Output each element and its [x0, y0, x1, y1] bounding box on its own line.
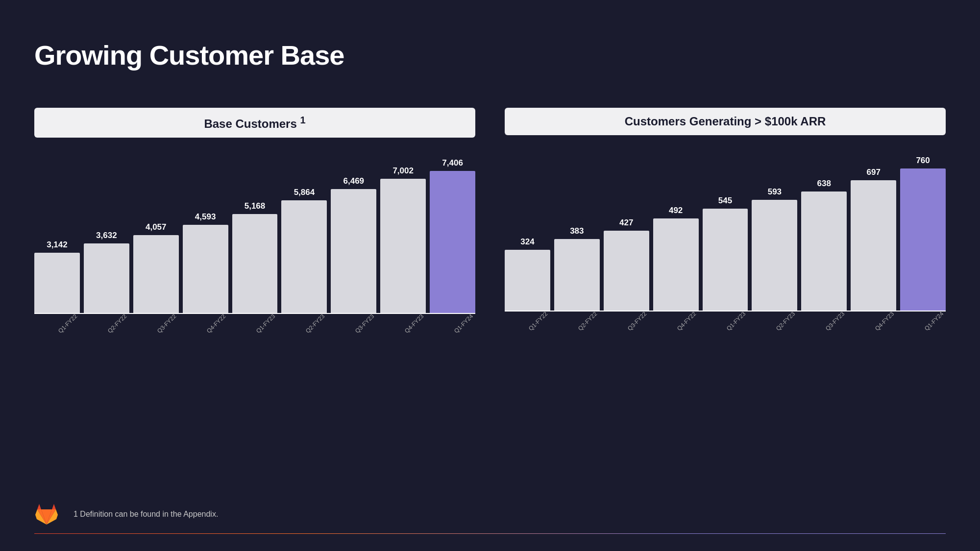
chart-area-left: 3,142Q1-FY223,632Q2-FY224,057Q3-FY224,59… — [34, 152, 475, 338]
bar-group: 4,593Q4-FY22 — [183, 152, 228, 313]
bar-group: 3,632Q2-FY22 — [84, 152, 129, 313]
bar-group: 760Q1-FY24 — [900, 150, 946, 311]
bar-value: 760 — [916, 156, 930, 166]
bar — [380, 179, 426, 313]
bar-label: Q1-FY22 — [527, 311, 549, 332]
bar — [331, 189, 376, 313]
bar — [430, 171, 475, 313]
bar-group: 383Q2-FY22 — [554, 150, 600, 311]
bar-value: 7,002 — [392, 166, 414, 176]
bar-value: 5,168 — [245, 201, 266, 211]
chart-header-right: Customers Generating > $100k ARR — [505, 108, 946, 135]
bar-label: Q4-FY23 — [403, 313, 425, 335]
chart-header-left: Base Customers 1 — [34, 108, 475, 138]
bar — [801, 192, 847, 311]
bar — [752, 200, 797, 311]
bar-label: Q2-FY22 — [577, 311, 598, 332]
bar-group: 324Q1-FY22 — [505, 150, 550, 311]
footer-note: 1 Definition can be found in the Appendi… — [74, 510, 218, 519]
bar-group: 3,142Q1-FY22 — [34, 152, 80, 313]
bar — [703, 209, 748, 311]
bar-label: Q1-FY24 — [923, 311, 945, 332]
bar-value: 324 — [520, 237, 534, 247]
bar-value: 7,406 — [442, 158, 463, 168]
bar-value: 492 — [669, 206, 683, 216]
chart-area-right: 324Q1-FY22383Q2-FY22427Q3-FY22492Q4-FY22… — [505, 150, 946, 336]
bar-group: 638Q3-FY23 — [801, 150, 847, 311]
bar-label: Q2-FY23 — [304, 313, 326, 335]
bar-value: 545 — [718, 196, 732, 206]
bar — [183, 225, 228, 313]
bar-value: 6,469 — [343, 176, 365, 186]
bar-label: Q1-FY24 — [453, 313, 474, 335]
chart-panel-right: Customers Generating > $100k ARR 324Q1-F… — [505, 108, 946, 338]
chart-title-left: Base Customers 1 — [204, 117, 305, 130]
bar-value: 3,632 — [96, 231, 117, 240]
bar-value: 427 — [619, 218, 633, 228]
bar-value: 5,864 — [294, 188, 315, 197]
bar-group: 492Q4-FY22 — [653, 150, 699, 311]
footer-line — [34, 533, 946, 534]
bar-group: 6,469Q3-FY23 — [331, 152, 376, 313]
bar-label: Q4-FY22 — [205, 313, 227, 335]
bar — [281, 200, 327, 313]
bar-label: Q3-FY22 — [156, 313, 177, 335]
footer: 1 Definition can be found in the Appendi… — [34, 502, 946, 527]
bar — [84, 243, 129, 313]
chart-panel-left: Base Customers 1 3,142Q1-FY223,632Q2-FY2… — [34, 108, 475, 338]
bar-label: Q4-FY22 — [676, 311, 697, 332]
bar-group: 593Q2-FY23 — [752, 150, 797, 311]
gitlab-logo — [34, 502, 59, 527]
bar-label: Q4-FY23 — [874, 311, 895, 332]
charts-container: Base Customers 1 3,142Q1-FY223,632Q2-FY2… — [34, 108, 946, 338]
bar-group: 4,057Q3-FY22 — [133, 152, 179, 313]
bar-value: 697 — [866, 168, 880, 177]
bars-row-left: 3,142Q1-FY223,632Q2-FY224,057Q3-FY224,59… — [34, 152, 475, 314]
bars-row-right: 324Q1-FY22383Q2-FY22427Q3-FY22492Q4-FY22… — [505, 150, 946, 311]
bar-value: 3,142 — [47, 240, 68, 250]
bar-value: 4,593 — [195, 212, 216, 222]
bar — [900, 168, 946, 311]
bar-label: Q3-FY23 — [354, 313, 375, 335]
bar-value: 383 — [570, 226, 584, 236]
bar-group: 545Q1-FY23 — [703, 150, 748, 311]
bar — [604, 231, 649, 311]
bar-label: Q1-FY23 — [255, 313, 276, 335]
bar-label: Q3-FY22 — [626, 311, 648, 332]
chart-title-right: Customers Generating > $100k ARR — [625, 115, 826, 128]
bar-value: 4,057 — [146, 222, 167, 232]
page-title: Growing Customer Base — [34, 39, 344, 71]
bar — [505, 250, 550, 311]
bar-label: Q2-FY23 — [775, 311, 796, 332]
bar-group: 5,168Q1-FY23 — [232, 152, 278, 313]
bar — [133, 235, 179, 313]
bar — [232, 214, 278, 313]
bar-group: 7,002Q4-FY23 — [380, 152, 426, 313]
bar-value: 638 — [817, 179, 831, 189]
bar-group: 7,406Q1-FY24 — [430, 152, 475, 313]
bar-group: 427Q3-FY22 — [604, 150, 649, 311]
bar-label: Q3-FY23 — [824, 311, 846, 332]
bar-label: Q2-FY22 — [106, 313, 128, 335]
bar — [851, 180, 896, 311]
bar — [554, 239, 600, 311]
bar-label: Q1-FY22 — [57, 313, 78, 335]
bar-group: 5,864Q2-FY23 — [281, 152, 327, 313]
bar — [34, 253, 80, 313]
bar-label: Q1-FY23 — [725, 311, 747, 332]
bar-group: 697Q4-FY23 — [851, 150, 896, 311]
bar — [653, 218, 699, 311]
bar-value: 593 — [768, 187, 782, 197]
